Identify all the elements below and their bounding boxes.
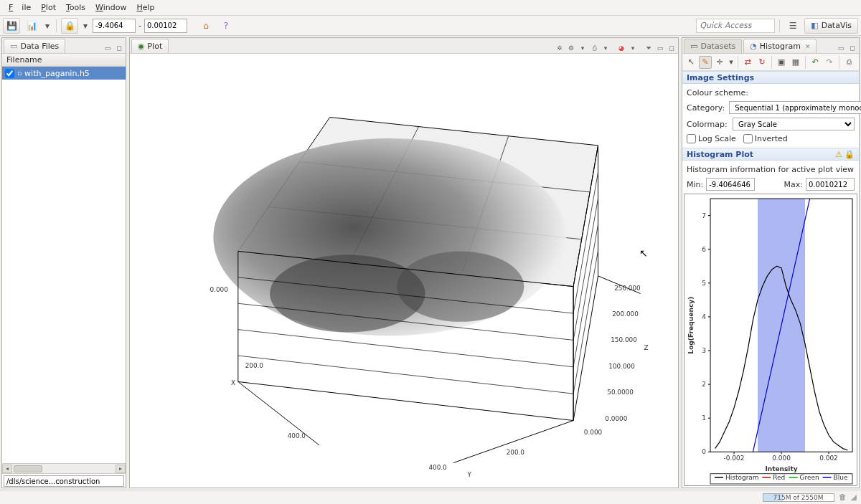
datavis-label: DataVis bbox=[822, 21, 852, 30]
svg-text:200.0: 200.0 bbox=[245, 362, 264, 369]
dropdown-icon[interactable]: ▾ bbox=[628, 43, 638, 53]
lock-icon[interactable]: 🔒 bbox=[61, 18, 78, 34]
warning-icon[interactable]: ⚠ bbox=[835, 150, 842, 159]
scroll-left-icon[interactable]: ◂ bbox=[2, 465, 12, 473]
print-icon[interactable]: ⎙ bbox=[842, 56, 855, 69]
inverted-checkbox[interactable]: Inverted bbox=[743, 134, 788, 143]
svg-text:-0.002: -0.002 bbox=[724, 455, 745, 462]
lock-icon[interactable]: 🔒 bbox=[844, 150, 855, 159]
horizontal-scrollbar[interactable]: ◂ ▸ bbox=[2, 463, 126, 473]
datavis-perspective-button[interactable]: ◧ DataVis bbox=[804, 18, 858, 34]
dataset-icon: ▭ bbox=[690, 42, 697, 51]
tool-icon[interactable]: ✲ bbox=[555, 43, 565, 53]
separator bbox=[839, 56, 839, 69]
minimize-icon[interactable]: ▭ bbox=[655, 43, 665, 53]
pointer-icon[interactable]: ↖ bbox=[684, 56, 697, 69]
svg-text:0.000: 0.000 bbox=[210, 286, 228, 293]
redo-icon[interactable]: ↷ bbox=[823, 56, 836, 69]
memory-bar[interactable]: 715M of 2550M bbox=[763, 493, 834, 502]
settings-icon[interactable]: ⚙ bbox=[566, 43, 576, 53]
trash-icon[interactable]: 🗑 bbox=[839, 493, 847, 502]
tab-plot[interactable]: ◉ Plot bbox=[131, 39, 169, 53]
maximize-icon[interactable]: ◻ bbox=[667, 43, 677, 53]
maximize-icon[interactable]: ◻ bbox=[847, 43, 857, 53]
svg-text:3: 3 bbox=[702, 347, 706, 354]
quick-access-input[interactable] bbox=[696, 19, 775, 33]
perspective-icon[interactable]: ☰ bbox=[784, 18, 801, 34]
min-input[interactable] bbox=[706, 178, 755, 191]
help-icon[interactable]: ? bbox=[217, 18, 235, 34]
histogram-chart-container: 01234567-0.0020.0000.002IntensityLog(Fre… bbox=[682, 192, 859, 488]
pencil-icon[interactable]: ✎ bbox=[699, 56, 712, 69]
svg-text:200.000: 200.000 bbox=[612, 310, 639, 318]
file-row[interactable]: ▫ with_paganin.h5 bbox=[2, 67, 126, 80]
plot-3d-viewport[interactable]: 0.000 200.0 400.0 X 0.000 200.0 400.0 Y … bbox=[130, 54, 678, 488]
svg-text:Z: Z bbox=[644, 344, 648, 351]
connect-icon[interactable]: ⇄ bbox=[741, 56, 754, 69]
section-image-settings[interactable]: Image Settings bbox=[682, 71, 859, 84]
menu-help[interactable]: Help bbox=[132, 1, 159, 14]
chart-icon[interactable]: 📊 bbox=[23, 18, 40, 34]
menu-plot[interactable]: Plot bbox=[37, 1, 60, 14]
column-header-filename[interactable]: Filename bbox=[2, 54, 126, 67]
section-histogram-plot[interactable]: Histogram Plot ⚠ 🔒 bbox=[682, 148, 859, 161]
dropdown-icon[interactable]: ▾ bbox=[601, 43, 611, 53]
close-icon[interactable]: ✕ bbox=[805, 43, 811, 50]
range-min-input[interactable] bbox=[93, 19, 136, 33]
undo-icon[interactable]: ↶ bbox=[809, 56, 822, 69]
dropdown-icon[interactable]: ▾ bbox=[43, 18, 52, 34]
svg-text:250.000: 250.000 bbox=[614, 285, 641, 292]
svg-text:Green: Green bbox=[800, 474, 819, 481]
max-label: Max: bbox=[784, 180, 803, 189]
collapse-icon[interactable]: ⏷ bbox=[644, 43, 654, 53]
log-scale-checkbox[interactable]: Log Scale bbox=[687, 134, 736, 143]
dropdown-icon[interactable]: ▾ bbox=[578, 43, 588, 53]
dropdown-icon[interactable]: ▾ bbox=[81, 18, 90, 34]
scroll-thumb[interactable] bbox=[14, 465, 42, 472]
select-icon[interactable]: ▣ bbox=[775, 56, 788, 69]
statusbar: 715M of 2550M 🗑 ◢ bbox=[0, 490, 861, 504]
tab-datasets[interactable]: ▭ Datasets bbox=[684, 39, 742, 53]
data-files-pane: ▭ Data Files ▭ ◻ Filename ▫ with_paganin… bbox=[1, 37, 126, 488]
path-input[interactable] bbox=[4, 475, 124, 487]
category-select[interactable]: Sequential 1 (approximately monochro bbox=[729, 101, 861, 114]
svg-text:Intensity: Intensity bbox=[765, 465, 797, 472]
scroll-right-icon[interactable]: ▸ bbox=[116, 465, 126, 473]
image-settings-body: Colour scheme: Category: Sequential 1 (a… bbox=[682, 84, 859, 148]
range-max-input[interactable] bbox=[144, 19, 187, 33]
color-icon[interactable]: ◕ bbox=[616, 43, 626, 53]
histogram-controls: Histogram information for active plot vi… bbox=[682, 161, 859, 192]
histogram-chart[interactable]: 01234567-0.0020.0000.002IntensityLog(Fre… bbox=[684, 194, 857, 486]
folder-icon: ▭ bbox=[10, 42, 17, 51]
colormap-select[interactable]: Gray Scale bbox=[733, 118, 855, 130]
save-icon[interactable]: 💾 bbox=[3, 18, 20, 34]
category-label: Category: bbox=[687, 103, 725, 113]
main-toolbar: 💾 📊 ▾ 🔒 ▾ - ⌂ ? ☰ ◧ DataVis bbox=[0, 16, 861, 36]
dropdown-icon[interactable]: ▾ bbox=[728, 56, 735, 69]
maximize-icon[interactable]: ◻ bbox=[114, 43, 124, 53]
separator bbox=[56, 19, 57, 32]
memory-text: 715M of 2550M bbox=[763, 494, 834, 501]
menu-tools[interactable]: Tools bbox=[62, 1, 90, 14]
tab-histogram[interactable]: ◔ Histogram ✕ bbox=[743, 39, 817, 53]
max-input[interactable] bbox=[806, 178, 855, 191]
menu-file[interactable]: File bbox=[4, 1, 35, 14]
svg-text:Blue: Blue bbox=[834, 474, 848, 481]
minimize-icon[interactable]: ▭ bbox=[103, 43, 113, 53]
resize-grip-icon[interactable]: ◢ bbox=[851, 493, 857, 502]
separator bbox=[771, 56, 772, 69]
svg-text:0.000: 0.000 bbox=[772, 455, 791, 462]
menu-window[interactable]: Window bbox=[91, 1, 131, 14]
range-separator: - bbox=[138, 21, 141, 30]
file-checkbox[interactable] bbox=[5, 69, 14, 78]
svg-text:5: 5 bbox=[702, 280, 706, 287]
refresh-icon[interactable]: ↻ bbox=[756, 56, 768, 69]
home-icon[interactable]: ⌂ bbox=[197, 18, 215, 34]
tab-bar: ▭ Datasets ◔ Histogram ✕ ▭ ◻ bbox=[682, 38, 859, 54]
zoom-icon[interactable]: ✛ bbox=[713, 56, 726, 69]
region-icon[interactable]: ▦ bbox=[789, 56, 802, 69]
minimize-icon[interactable]: ▭ bbox=[836, 43, 846, 53]
export-icon[interactable]: ⎙ bbox=[589, 43, 599, 53]
histogram-toolbar: ↖ ✎ ✛ ▾ ⇄ ↻ ▣ ▦ ↶ ↷ ⎙ bbox=[682, 54, 859, 71]
tab-data-files[interactable]: ▭ Data Files bbox=[4, 39, 65, 53]
